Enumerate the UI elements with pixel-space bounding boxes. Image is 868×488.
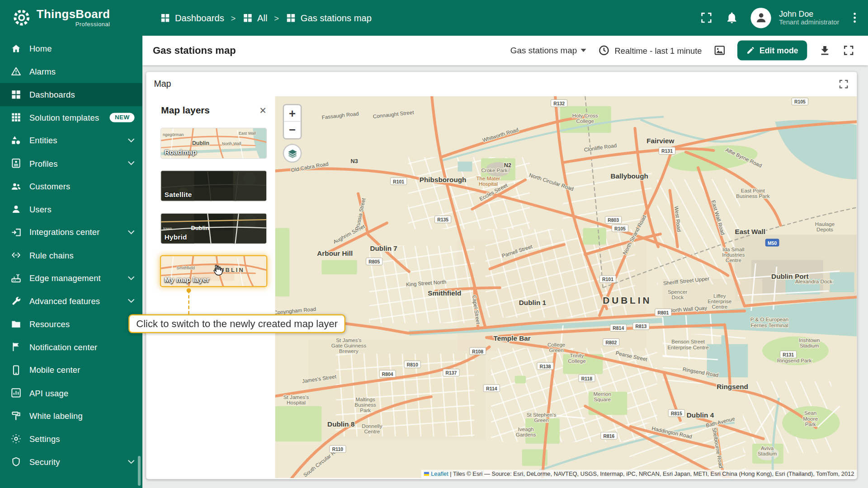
widget-title: Map [154,79,171,89]
avatar[interactable] [751,8,771,28]
thumbnail-map-label: Smithfield [177,266,195,270]
road-shield: R135 [434,216,451,223]
area-label: East PointBusiness Park [736,188,769,199]
leaflet-flag-icon [424,472,429,476]
edit-mode-label: Edit mode [760,46,798,55]
sidebar-item-profiles[interactable]: Profiles [0,152,142,175]
road-shield: R810 [404,361,420,368]
thingsboard-logo-icon [12,8,31,27]
breadcrumb-label: Dashboards [175,13,224,23]
fullscreen-icon[interactable] [700,11,713,24]
breadcrumb-item[interactable]: All [242,13,268,23]
breadcrumb-item[interactable]: Dashboards [160,13,224,23]
road-shield: R816 [601,432,617,439]
sidebar-item-label: API usage [29,388,68,398]
road-shield: R137 [443,369,459,376]
thumbnail-map-label: ngegörman [163,132,184,137]
timewindow-button[interactable]: Realtime - last 1 minute [598,44,702,56]
place-label: Ballybough [611,173,648,180]
page-title: Gas stations map [153,45,236,56]
sidebar-item-advanced-features[interactable]: Advanced features [0,290,142,313]
chevron-down-icon [128,299,135,304]
place-label: Smithfield [428,289,461,297]
sidebar-item-edge-management[interactable]: Edge management [0,267,142,290]
place-label: Temple Bar [494,334,531,342]
sidebar-item-users[interactable]: Users [0,198,142,221]
thumbnail-map-label: Dublin [192,140,209,146]
map-layers-header: Map layers × [161,102,266,119]
image-icon[interactable] [713,44,726,56]
users-icon [10,204,21,215]
svg-text:R815: R815 [671,411,682,416]
sidebar-nav: HomeAlarmsDashboardsSolution templatesNE… [0,35,142,488]
dashboard-state-select[interactable]: Gas stations map [510,45,587,55]
svg-text:R138: R138 [540,364,551,369]
road-number-label: N3 [350,158,358,164]
leaflet-link[interactable]: Leaflet [431,470,448,477]
sidebar-item-settings[interactable]: Settings [0,427,142,450]
customers-icon [10,181,21,192]
chevron-down-icon [128,230,135,235]
map-layer-option-my-map-layer[interactable]: SmithfieldDUBLINMy map layer [161,256,266,286]
map-layers-button[interactable] [283,144,302,163]
svg-text:R101: R101 [393,179,404,184]
map-layers-list: ngegörmanEast WallDublinNorth WallRoadma… [161,128,266,286]
sidebar-item-mobile-center[interactable]: Mobile center [0,358,142,381]
svg-text:R802: R802 [605,340,617,345]
road-shield: R101 [391,178,407,185]
zoom-out-button[interactable]: − [284,122,301,138]
sidebar-item-rule-chains[interactable]: Rule chains [0,244,142,267]
sidebar-item-api-usage[interactable]: API usage [0,381,142,404]
map-zoom-control: + − [283,104,302,139]
sidebar-item-solution-templates[interactable]: Solution templatesNEW [0,106,142,129]
sidebar-item-alarms[interactable]: Alarms [0,60,142,83]
sidebar-item-dashboards[interactable]: Dashboards [0,83,142,106]
more-options-icon[interactable] [851,10,858,25]
sidebar-item-customers[interactable]: Customers [0,175,142,198]
notifications-bell-icon[interactable] [725,11,738,24]
api-icon [10,387,21,398]
map-layer-option-roadmap[interactable]: ngegörmanEast WallDublinNorth WallRoadma… [161,128,266,158]
sidebar-item-security[interactable]: Security [0,450,142,474]
map-layer-option-satellite[interactable]: Satellite [161,171,266,201]
sidebar-item-notification-center[interactable]: Notification center [0,336,142,359]
header-actions: John Doe Tenant administrator [700,8,868,28]
cursor-hand-icon [211,264,224,277]
chevron-down-icon [128,138,135,143]
sidebar-menu: HomeAlarmsDashboardsSolution templatesNE… [0,37,142,474]
zoom-in-button[interactable]: + [284,105,301,122]
download-icon[interactable] [819,44,831,56]
attribution-text: | Tiles © Esri — Source: Esri, DeLorme, … [450,470,854,477]
road-shield: R114 [483,385,500,392]
sidebar-item-label: Dashboards [29,90,75,99]
city-label: DUBLIN [603,295,651,305]
sidebar-item-integrations-center[interactable]: Integrations center [0,221,142,244]
map-layer-option-hybrid[interactable]: townDublinHybrid [161,214,266,244]
close-icon[interactable]: × [259,105,266,116]
brand[interactable]: ThingsBoard Professional [0,8,142,27]
edit-mode-button[interactable]: Edit mode [737,40,807,60]
widget-header: Map [146,72,857,96]
widget-fullscreen-icon[interactable] [838,79,849,89]
mobile-icon [10,365,21,375]
svg-text:R108: R108 [472,349,483,354]
sidebar-scrollbar[interactable] [138,456,141,486]
map-canvas[interactable]: Old Cabra RoadFassaugh RoadConnaught Str… [275,96,857,478]
area-label: Ringsend Park [777,357,811,363]
sidebar-item-label: Settings [29,434,60,444]
sidebar-item-label: Customers [29,182,70,191]
svg-text:R114: R114 [486,386,497,391]
chevron-down-icon [128,460,135,464]
toolbar-fullscreen-icon[interactable] [843,44,855,56]
road-shield: R804 [379,370,396,377]
sidebar-item-white-labeling[interactable]: White labeling [0,404,142,427]
sidebar-item-label: Notification center [29,343,98,352]
sidebar-item-home[interactable]: Home [0,37,142,60]
sidebar-item-label: Integrations center [29,228,100,237]
layer-label: Roadmap [165,148,197,156]
breadcrumb-item[interactable]: Gas stations map [286,13,372,23]
resources-icon [10,319,21,329]
svg-text:R813: R813 [636,324,647,329]
sidebar-item-resources[interactable]: Resources [0,313,142,336]
sidebar-item-entities[interactable]: Entities [0,129,142,152]
